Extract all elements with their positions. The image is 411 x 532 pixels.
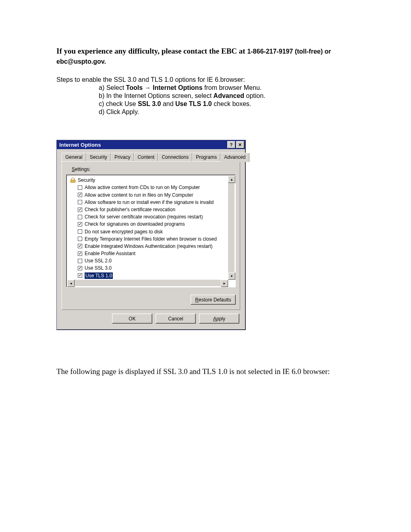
apply-button[interactable]: Apply (199, 314, 239, 324)
checkbox[interactable] (78, 244, 82, 248)
setting-item[interactable]: Check for signatures on downloaded progr… (71, 220, 227, 228)
checkbox[interactable] (78, 200, 82, 204)
setting-item[interactable]: Enable Integrated Windows Authentication… (71, 243, 227, 250)
checkbox[interactable] (78, 237, 82, 241)
setting-label: Check for publisher's certificate revoca… (85, 206, 175, 213)
settings-label: Settings: (72, 166, 236, 172)
dialog-footer: OK Cancel Apply (57, 314, 245, 329)
step-a: a) Select Tools → Internet Options from … (99, 84, 355, 91)
setting-item[interactable]: Enable Profile Assistant (71, 250, 227, 257)
settings-listbox[interactable]: Security Allow active content from CDs t… (66, 175, 236, 287)
horizontal-scrollbar[interactable]: ◄ ► (67, 280, 228, 286)
steps-title: Steps to enable the SSL 3.0 and TLS 1.0 … (56, 76, 355, 83)
tab-advanced[interactable]: Advanced (220, 153, 249, 162)
security-section-header: Security (71, 177, 227, 183)
vertical-scrollbar[interactable]: ▲ ▼ (228, 176, 235, 280)
settings-list-content: Security Allow active content from CDs t… (66, 175, 235, 287)
intro-paragraph: If you experience any difficulty, please… (56, 46, 355, 66)
lock-icon (71, 178, 75, 183)
tab-privacy[interactable]: Privacy (111, 153, 134, 162)
setting-label: Empty Temporary Internet Files folder wh… (85, 236, 217, 242)
tab-connections[interactable]: Connections (158, 153, 192, 162)
setting-label: Check for signatures on downloaded progr… (85, 221, 185, 227)
step-b: b) In the Internet Options screen, selec… (99, 92, 355, 100)
tab-general[interactable]: General (62, 153, 86, 162)
setting-item[interactable]: Check for publisher's certificate revoca… (71, 206, 227, 213)
scroll-down-button[interactable]: ▼ (228, 272, 235, 280)
dialog-title: Internet Options (59, 142, 101, 148)
scroll-up-button[interactable]: ▲ (228, 176, 235, 183)
setting-item[interactable]: Do not save encrypted pages to disk (71, 228, 227, 235)
setting-label: Use SSL 2.0 (85, 258, 112, 264)
tab-programs[interactable]: Programs (192, 153, 220, 162)
internet-options-dialog: Internet Options ? ✕ General Security Pr… (56, 140, 246, 330)
setting-item[interactable]: Check for server certificate revocation … (71, 213, 227, 220)
setting-label: Use TLS 1.0 (85, 272, 113, 279)
setting-item[interactable]: Allow software to run or install even if… (71, 199, 227, 206)
checkbox[interactable] (78, 266, 82, 270)
checkbox[interactable] (78, 273, 82, 278)
setting-label: Check for server certificate revocation … (85, 214, 203, 220)
setting-label: Enable Profile Assistant (85, 250, 135, 257)
setting-label: Use SSL 3.0 (85, 265, 112, 271)
setting-item[interactable]: Use SSL 3.0 (71, 264, 227, 272)
step-d: d) Click Apply. (99, 108, 355, 116)
setting-label: Allow active content to run in files on … (85, 192, 193, 198)
checkbox[interactable] (78, 251, 82, 256)
steps-list: a) Select Tools → Internet Options from … (99, 84, 355, 116)
ok-button[interactable]: OK (112, 314, 152, 324)
cancel-button[interactable]: Cancel (156, 314, 196, 324)
tab-security[interactable]: Security (86, 153, 111, 162)
advanced-panel: Settings: Security Allow active content … (62, 161, 240, 310)
setting-label: Allow active content from CDs to run on … (85, 184, 200, 191)
setting-label: Do not save encrypted pages to disk (85, 229, 163, 235)
setting-item[interactable]: Warn if changing between secure and not … (71, 287, 227, 287)
setting-label: Allow software to run or install even if… (85, 199, 214, 206)
setting-item[interactable]: Empty Temporary Internet Files folder wh… (71, 235, 227, 243)
intro-phone: 1-866-217-9197 (toll-free) (247, 48, 323, 55)
dialog-titlebar: Internet Options ? ✕ (57, 140, 245, 149)
checkbox[interactable] (78, 229, 82, 234)
setting-label: Enable Integrated Windows Authentication… (85, 243, 213, 249)
checkbox[interactable] (78, 185, 82, 190)
scroll-right-button[interactable]: ► (221, 280, 228, 287)
intro-part1: If you experience any difficulty, please… (56, 47, 247, 55)
checkbox[interactable] (78, 193, 82, 197)
scroll-left-button[interactable]: ◄ (67, 280, 75, 287)
setting-item[interactable]: Allow active content to run in files on … (71, 191, 227, 199)
restore-defaults-button[interactable]: Restore Defaults (191, 295, 236, 305)
step-c: c) check Use SSL 3.0 and Use TLS 1.0 che… (99, 100, 355, 108)
close-button[interactable]: ✕ (236, 141, 244, 148)
after-paragraph: The following page is displayed if SSL 3… (56, 366, 355, 377)
checkbox[interactable] (78, 222, 82, 227)
tab-strip: General Security Privacy Content Connect… (57, 149, 245, 162)
security-section-label: Security (78, 177, 95, 183)
setting-item[interactable]: Allow active content from CDs to run on … (71, 184, 227, 191)
tab-content[interactable]: Content (134, 153, 158, 162)
checkbox[interactable] (78, 259, 82, 263)
checkbox[interactable] (78, 215, 82, 219)
setting-item[interactable]: Use TLS 1.0 (71, 272, 227, 279)
checkbox[interactable] (78, 208, 82, 212)
help-button[interactable]: ? (227, 141, 235, 148)
setting-item[interactable]: Use SSL 2.0 (71, 257, 227, 264)
